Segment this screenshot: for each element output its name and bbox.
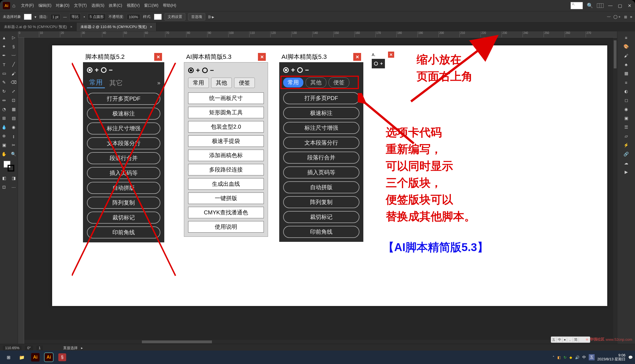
script-item-button[interactable]: 统一画板尺寸 xyxy=(188,92,264,104)
direct-selection-tool-icon[interactable]: ▷ xyxy=(10,34,17,41)
uniform-dropdown[interactable]: 等比 xyxy=(70,13,81,20)
shape-builder-icon[interactable]: ◔ xyxy=(1,106,8,113)
tray-keyboard-icon[interactable]: 五 xyxy=(589,354,595,360)
doc-tab-1[interactable]: 未标题-2.ai @ 50 % (CMYK/CPU 预览) × xyxy=(0,23,77,31)
swatches-icon[interactable]: ▦ xyxy=(623,70,630,77)
tab-common[interactable]: 常用 xyxy=(188,78,209,88)
close-icon[interactable]: ✕ xyxy=(353,53,361,61)
graph-tool-icon[interactable]: ⫿ xyxy=(10,133,17,140)
canvas-area[interactable]: 0102030405060708090100110120130140150160… xyxy=(18,31,617,344)
script-item-button[interactable]: 文本段落分行 xyxy=(87,137,160,149)
fill-stroke-swatch[interactable] xyxy=(4,161,14,171)
symbols-icon[interactable]: ♣ xyxy=(623,61,630,68)
search-icon[interactable]: 🔍 xyxy=(587,3,593,9)
gradient-mode-icon[interactable]: ◨ xyxy=(10,175,17,182)
artboard-nav[interactable]: 1 xyxy=(36,346,43,350)
panel-menu-icon[interactable]: ≡ xyxy=(630,15,632,19)
tray-volume-icon[interactable]: 🔊 xyxy=(575,355,579,360)
color-mode-icon[interactable]: ◧ xyxy=(1,175,8,182)
rotate-tool-icon[interactable]: ↻ xyxy=(1,88,8,95)
type-tool-icon[interactable]: T xyxy=(1,61,8,68)
taskbar-clock[interactable]: 9:06 2023/8/13 星期日 xyxy=(597,353,625,361)
home-icon[interactable]: ⌂ xyxy=(12,3,15,9)
ai-taskbar-icon-1[interactable]: Ai xyxy=(29,352,41,363)
panel-collapse-icon[interactable]: ⊞ xyxy=(624,15,627,19)
minimized-script-panel-top[interactable] xyxy=(571,2,583,9)
appearance-icon[interactable]: ◉ xyxy=(623,106,630,113)
script-item-button[interactable]: 添加画稿色标 xyxy=(188,150,264,161)
minimize-icon[interactable]: — xyxy=(608,3,613,8)
edit-toolbar-icon[interactable]: ⋯ xyxy=(10,184,17,191)
script-item-button[interactable]: 极速手提袋 xyxy=(188,135,264,147)
script-item-button[interactable]: 使用说明 xyxy=(188,221,264,233)
radio-row[interactable]: + − xyxy=(283,66,359,74)
transparency-icon[interactable]: ◻ xyxy=(623,97,630,104)
scrollbar-vertical[interactable] xyxy=(613,38,617,344)
script-item-button[interactable]: 一键拼版 xyxy=(188,193,264,204)
stroke-panel-icon[interactable]: ≡ xyxy=(623,79,630,86)
tray-icon[interactable]: ◧ xyxy=(557,355,561,360)
color-panel-icon[interactable]: 🎨 xyxy=(623,43,630,50)
close-icon[interactable]: ✕ xyxy=(154,53,162,61)
script-item-button[interactable]: 标注尺寸增强 xyxy=(87,122,160,135)
doc-setup-button[interactable]: 文档设置 xyxy=(165,13,185,20)
lasso-tool-icon[interactable]: § xyxy=(10,43,17,50)
tab-other[interactable]: 其它 xyxy=(107,78,125,88)
script-item-button[interactable]: 裁切标记 xyxy=(283,211,359,223)
slice-tool-icon[interactable]: ✂ xyxy=(10,142,17,149)
script-item-button[interactable]: 极速标注 xyxy=(283,107,359,119)
script-item-button[interactable]: 段落行合并 xyxy=(283,152,359,164)
script-item-button[interactable]: 裁切标记 xyxy=(87,212,160,224)
line-tool-icon[interactable]: ╱ xyxy=(10,61,17,68)
eyedropper-tool-icon[interactable]: 💧 xyxy=(1,124,8,131)
script-item-button[interactable]: 标注尺寸增强 xyxy=(283,122,359,134)
properties-icon[interactable]: ≡ xyxy=(623,34,630,41)
menu-help[interactable]: 帮助(H) xyxy=(163,3,176,8)
perspective-grid-icon[interactable]: ▦ xyxy=(10,106,17,113)
selection-tool-icon[interactable]: ▲ xyxy=(1,34,8,41)
pen-tool-icon[interactable]: ✒ xyxy=(1,52,8,59)
opacity-dropdown[interactable]: 100% xyxy=(127,14,140,20)
app-taskbar-icon[interactable]: § xyxy=(56,352,68,363)
script-item-button[interactable]: 阵列复制 xyxy=(87,197,160,209)
menu-text[interactable]: 文字(T) xyxy=(74,3,87,8)
curvature-tool-icon[interactable]: 〰 xyxy=(10,52,17,59)
prefs-button[interactable]: 首选项 xyxy=(188,13,205,20)
circle-plus-icon[interactable]: ◯＋ xyxy=(613,14,621,19)
script-item-button[interactable]: CMYK查找潘通色 xyxy=(188,207,264,218)
artboard-tool-icon[interactable]: ▣ xyxy=(1,142,8,149)
script-item-button[interactable]: 阵列复制 xyxy=(283,196,359,208)
artboards-panel-icon[interactable]: ▱ xyxy=(623,133,630,140)
shaper-tool-icon[interactable]: ✎ xyxy=(1,79,8,86)
menu-window[interactable]: 窗口(W) xyxy=(144,3,158,8)
menu-select[interactable]: 选择(S) xyxy=(91,3,105,8)
rectangle-tool-icon[interactable]: ▭ xyxy=(1,70,8,77)
graph-icon[interactable]: 〰 xyxy=(607,15,611,19)
links-panel-icon[interactable]: 🔗 xyxy=(623,150,630,158)
menu-object[interactable]: 对象(O) xyxy=(56,3,69,8)
radio-row[interactable]: + xyxy=(374,61,383,66)
zoom-tool-icon[interactable]: 🔍 xyxy=(10,150,17,158)
brush-dropdown[interactable]: 5 点圆形 xyxy=(88,13,106,20)
menu-view[interactable]: 视图(V) xyxy=(127,3,140,8)
script-item-button[interactable]: 自动拼版 xyxy=(283,181,359,193)
workspace-layout-icon[interactable] xyxy=(597,3,604,8)
menu-effect[interactable]: 效果(C) xyxy=(109,3,122,8)
notifications-icon[interactable]: 💬 xyxy=(628,355,633,360)
tab-common[interactable]: 常用 xyxy=(87,77,105,88)
gradient-panel-icon[interactable]: ◐ xyxy=(623,88,630,95)
maximize-icon[interactable]: ▢ xyxy=(617,3,623,8)
zoom-field[interactable]: 110.65% xyxy=(3,346,22,350)
tray-shield-icon[interactable]: ◆ xyxy=(569,355,572,360)
script-item-button[interactable]: 段落行合并 xyxy=(87,152,160,164)
magic-wand-icon[interactable]: ✦ xyxy=(1,43,8,50)
tab-other[interactable]: 其他 xyxy=(211,78,232,88)
script-item-button[interactable]: 极速标注 xyxy=(87,108,160,120)
eraser-tool-icon[interactable]: ⌫ xyxy=(10,79,17,86)
scrollbar-horizontal[interactable] xyxy=(24,340,617,344)
start-button[interactable]: ⊞ xyxy=(2,352,15,363)
brush-tool-icon[interactable]: 🖌 xyxy=(10,70,17,77)
tray-ime-icon[interactable]: 中 xyxy=(582,355,586,360)
gradient-tool-icon[interactable]: ▤ xyxy=(10,115,17,122)
actions-icon[interactable]: ⚡ xyxy=(623,142,630,149)
